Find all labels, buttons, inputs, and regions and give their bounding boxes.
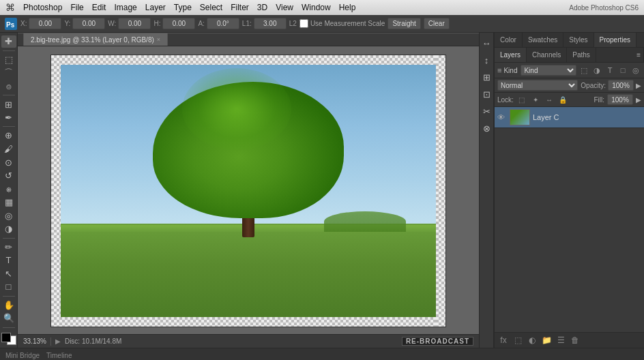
shape-tool[interactable]: □ <box>1 281 16 293</box>
tab-swatches[interactable]: Swatches <box>523 33 564 47</box>
bg-trees-element <box>324 211 406 232</box>
layer-item[interactable]: 👁 Layer C <box>495 107 644 128</box>
tab-channels[interactable]: Channels <box>527 48 567 62</box>
menu-file[interactable]: File <box>70 3 83 12</box>
lock-position-btn[interactable]: ↔ <box>544 94 555 105</box>
gradient-tool[interactable]: ▦ <box>1 196 16 209</box>
eyedropper-tool[interactable]: ✒ <box>1 112 16 124</box>
filter-pixel-btn[interactable]: ⬚ <box>579 65 589 76</box>
tab-color[interactable]: Color <box>495 33 523 47</box>
blend-mode-select[interactable]: Normal Dissolve Multiply <box>497 80 578 91</box>
color-swatches[interactable] <box>1 333 16 345</box>
menu-view[interactable]: View <box>276 3 293 12</box>
quick-select-tool[interactable]: ⌾ <box>1 80 16 93</box>
eraser-tool[interactable]: ⎈ <box>1 183 16 195</box>
opacity-arrow: ▶ <box>636 82 641 89</box>
lock-all-btn[interactable]: 🔒 <box>557 94 568 105</box>
h-input[interactable] <box>162 18 195 29</box>
layer-filter-select[interactable]: Kind Name Effect <box>521 65 576 76</box>
transform-btn[interactable]: ✂ <box>479 104 494 119</box>
filter-adjust-btn[interactable]: ◑ <box>591 65 602 76</box>
blur-tool[interactable]: ◎ <box>1 210 16 222</box>
properties-btn[interactable]: ↔ <box>479 35 494 50</box>
checker-bottom <box>51 317 445 327</box>
layers-filter-bar: ≡ Kind Kind Name Effect ⬚ ◑ T □ ◎ <box>495 63 644 78</box>
hand-tool[interactable]: ✋ <box>1 299 16 312</box>
menu-3d[interactable]: 3D <box>257 3 267 12</box>
new-layer-btn[interactable]: ☰ <box>555 335 567 346</box>
timeline-tab[interactable]: Timeline <box>46 352 72 359</box>
lock-image-btn[interactable]: ✦ <box>530 94 541 105</box>
status-divider-1 <box>50 338 51 346</box>
menu-help[interactable]: Help <box>339 3 356 12</box>
add-mask-btn[interactable]: ⬚ <box>512 335 524 346</box>
zoom-display: 33.13% <box>23 338 46 345</box>
menu-type[interactable]: Type <box>174 3 192 12</box>
opacity-input[interactable] <box>608 80 634 91</box>
filter-smart-btn[interactable]: ◎ <box>630 65 641 76</box>
crop-tool[interactable]: ⊞ <box>1 98 16 110</box>
pen-tool[interactable]: ✏ <box>1 241 16 254</box>
x-input[interactable] <box>29 18 61 29</box>
panel-menu-icon[interactable]: ≡ <box>634 48 644 62</box>
ruler-btn[interactable]: ⊗ <box>479 121 494 136</box>
fill-input[interactable] <box>607 94 633 105</box>
menu-edit[interactable]: Edit <box>92 3 106 12</box>
menu-layer[interactable]: Layer <box>145 3 166 12</box>
canvas-image[interactable] <box>50 55 446 327</box>
active-document-tab[interactable]: 2.big-tree.jpg @ 33.1% (Layer 0, RGB/8) … <box>23 33 168 46</box>
measurement-scale-checkbox[interactable]: Use Measurement Scale <box>299 19 385 28</box>
w-input[interactable] <box>118 18 151 29</box>
tab-close-button[interactable]: × <box>157 36 160 43</box>
lasso-tool[interactable]: ⌒ <box>1 67 16 79</box>
right-toolbar: ↔ ↕ ⊞ ⊡ ✂ ⊗ <box>479 33 494 348</box>
menu-photoshop[interactable]: Photoshop <box>23 3 62 12</box>
blend-opacity-row: Normal Dissolve Multiply Opacity: ▶ <box>495 78 644 93</box>
delete-layer-btn[interactable]: 🗑 <box>569 335 581 346</box>
add-group-btn[interactable]: 📁 <box>540 335 553 346</box>
canvas-area[interactable]: 33.13% ▶ Disc: 10.1M/14.8M RE-BROADCAST <box>18 46 479 348</box>
tab-styles[interactable]: Styles <box>564 33 594 47</box>
layer-name[interactable]: Layer C <box>533 113 641 121</box>
canvas-container: 2.big-tree.jpg @ 33.1% (Layer 0, RGB/8) … <box>18 33 479 348</box>
path-select-tool[interactable]: ↖ <box>1 268 16 280</box>
menu-filter[interactable]: Filter <box>231 3 249 12</box>
move-tool[interactable]: ✚ <box>1 35 16 48</box>
y-input[interactable] <box>72 18 105 29</box>
menu-image[interactable]: Image <box>114 3 136 12</box>
tab-properties[interactable]: Properties <box>594 33 637 47</box>
checker-left <box>51 55 61 327</box>
measurement-scale-input[interactable] <box>299 19 308 28</box>
type-tool[interactable]: T <box>1 254 16 267</box>
layer-visibility-icon[interactable]: 👁 <box>497 113 507 121</box>
add-style-btn[interactable]: fx <box>497 335 510 346</box>
marquee-tool[interactable]: ⬚ <box>1 53 16 65</box>
lock-transparent-btn[interactable]: ⬚ <box>516 94 527 105</box>
3d-rotate-btn[interactable]: ⊞ <box>479 70 494 85</box>
menu-window[interactable]: Window <box>302 3 331 12</box>
layers-panel-bottom: fx ⬚ ◐ 📁 ☰ 🗑 <box>495 332 644 348</box>
a-input[interactable] <box>207 18 239 29</box>
filter-type-btn[interactable]: T <box>604 65 615 76</box>
foreground-color-swatch[interactable] <box>1 333 11 342</box>
mini-bridge-tab[interactable]: Mini Bridge <box>5 352 40 359</box>
tree-scene <box>51 55 445 327</box>
tab-layers[interactable]: Layers <box>495 48 527 62</box>
l1-input[interactable] <box>254 18 287 29</box>
mask-btn[interactable]: ⊡ <box>479 87 494 102</box>
healing-tool[interactable]: ⊕ <box>1 130 16 142</box>
tab-paths[interactable]: Paths <box>567 48 596 62</box>
add-adjustment-btn[interactable]: ◐ <box>526 335 538 346</box>
history-brush-tool[interactable]: ↺ <box>1 170 16 182</box>
dodge-tool[interactable]: ◑ <box>1 223 16 235</box>
kind-label: Kind <box>503 67 517 74</box>
filter-shape-btn[interactable]: □ <box>617 65 628 76</box>
clone-tool[interactable]: ⊙ <box>1 156 16 168</box>
clear-button[interactable]: Clear <box>424 18 450 29</box>
x-position-field: X: <box>20 18 61 29</box>
adjust-btn[interactable]: ↕ <box>479 52 494 68</box>
zoom-tool[interactable]: 🔍 <box>1 312 16 325</box>
straight-button[interactable]: Straight <box>387 18 420 29</box>
menu-select[interactable]: Select <box>200 3 222 12</box>
brush-tool[interactable]: 🖌 <box>1 143 16 155</box>
